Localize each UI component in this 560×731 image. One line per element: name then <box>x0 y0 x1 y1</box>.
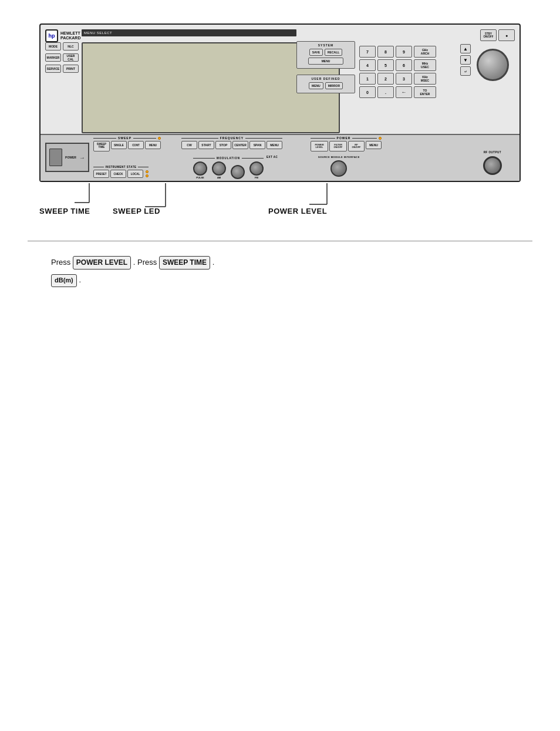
am-connector-group: AM <box>212 161 226 179</box>
freq-label: FREQUENCY <box>220 136 244 140</box>
span-btn[interactable]: SPAN <box>249 141 265 149</box>
key-8[interactable]: 8 <box>377 46 394 58</box>
rotary-knob[interactable] <box>477 49 509 81</box>
key-khz[interactable]: KHz MSEC <box>414 73 436 85</box>
source-header: SOURCE MODULE INTERFACE <box>316 156 362 159</box>
mode-btn[interactable]: MODE <box>45 42 61 50</box>
filter-onoff-btn[interactable]: FILTER ON/OFF <box>329 141 347 151</box>
recall-btn[interactable]: RECALL <box>325 49 342 56</box>
sweep-left-line <box>93 138 116 139</box>
system-row-1: SAVE RECALL <box>299 49 353 56</box>
key-enter[interactable]: TO ENTER <box>414 86 436 98</box>
sweep-section: SWEEP SWEEP TIME SINGLE CONT MENU <box>93 136 161 151</box>
desc-text-1: Press <box>51 258 73 267</box>
callout-area: SWEEP TIME SWEEP LED POWER LEVEL <box>39 182 521 229</box>
save-btn[interactable]: SAVE <box>309 49 323 56</box>
nlc-btn[interactable]: NLC <box>63 42 79 50</box>
frequency-section: FREQUENCY CW START STOP CENTER SPAN MENU <box>181 136 282 149</box>
stby-on-off-btn[interactable]: STBY ON/OFF <box>480 29 497 41</box>
key-9[interactable]: 9 <box>396 46 412 58</box>
pulse-label: PULSE <box>196 176 204 179</box>
rf-output-label: RF OUTPUT <box>484 151 501 154</box>
marker-btn[interactable]: MARKER <box>45 53 61 62</box>
system-label: SYSTEM <box>299 43 353 47</box>
key-6[interactable]: 6 <box>396 59 412 71</box>
menu-select-bar: MENU SELECT <box>82 29 296 36</box>
key-7[interactable]: 7 <box>359 46 376 58</box>
btn-row-1: MODE NLC <box>45 42 80 50</box>
source-module-connector <box>330 160 347 177</box>
key-3[interactable]: 3 <box>396 73 412 85</box>
fm-connector-group: FM <box>249 161 264 179</box>
power-level-key[interactable]: POWER LEVEL <box>73 256 131 270</box>
sweep-time-btn[interactable]: SWEEP TIME <box>93 141 110 151</box>
key-1[interactable]: 1 <box>359 73 376 85</box>
key-2[interactable]: 2 <box>377 73 394 85</box>
description-area: Press POWER LEVEL . Press SWEEP TIME . d… <box>39 256 521 287</box>
sweep-label: SWEEP <box>118 136 131 140</box>
power-section: POWER POWER LEVEL FILTER ON/OFF RF ON/OF… <box>311 136 382 151</box>
key-dot[interactable]: . <box>377 86 394 98</box>
btn-row-2: MARKER USER CAL <box>45 53 80 62</box>
rf-output-section: RF OUTPUT <box>483 151 502 175</box>
mod-label: MODULATION <box>217 157 240 160</box>
power-left-line <box>311 138 335 139</box>
power-arrow-right: → <box>79 154 85 161</box>
sweep-right-line <box>133 138 156 139</box>
page-container: hp HEWLETT PACKARD MENU SELECT MODE NLC … <box>0 0 560 731</box>
freq-header: FREQUENCY <box>181 136 282 140</box>
power-rect <box>49 149 62 166</box>
key-backspace[interactable]: ← <box>396 86 412 98</box>
stop-btn[interactable]: STOP <box>215 141 231 149</box>
power-led <box>379 137 382 140</box>
freq-menu-btn[interactable]: MENU <box>266 141 282 149</box>
cw-btn[interactable]: CW <box>181 141 197 149</box>
numeric-keypad: 7 8 9 GHz ARCH 4 5 6 MHz USEC 1 <box>359 46 465 100</box>
sweep-time-key[interactable]: SWEEP TIME <box>159 256 210 270</box>
single-btn[interactable]: SINGLE <box>111 141 127 149</box>
key-5[interactable]: 5 <box>377 59 394 71</box>
desc-text-3: . <box>212 258 215 267</box>
pulse-connector-group: PULSE <box>193 161 207 179</box>
key-ghz[interactable]: GHz ARCH <box>414 46 436 58</box>
inst-state-section: INSTRUMENT STATE PRESET CHECK LOCAL <box>93 166 149 178</box>
user-menu-btn[interactable]: MENU <box>309 82 323 89</box>
keypad-row-1: 7 8 9 GHz ARCH <box>359 46 465 58</box>
print-btn[interactable]: PRINT <box>63 65 79 73</box>
inst-state-btns: PRESET CHECK LOCAL <box>93 170 149 178</box>
sweep-header: SWEEP <box>93 136 161 140</box>
desc-text-2: . Press <box>133 258 159 267</box>
preset-btn[interactable]: PRESET <box>93 170 109 178</box>
local-btn[interactable]: LOCAL <box>127 170 143 178</box>
power-level-btn[interactable]: POWER LEVEL <box>311 141 328 151</box>
pulse-connector <box>193 161 207 176</box>
center-btn[interactable]: CENTER <box>232 141 248 149</box>
service-btn[interactable]: SERVICE <box>45 65 61 73</box>
dbm-key[interactable]: dB(m) <box>51 274 77 287</box>
mirror-btn[interactable]: MIRROR <box>325 82 343 89</box>
user-cal-btn[interactable]: USER CAL <box>63 53 79 62</box>
power-menu-btn[interactable]: MENU <box>366 141 382 149</box>
system-panel: SYSTEM SAVE RECALL MENU <box>296 41 355 69</box>
keypad-row-3: 1 2 3 KHz MSEC <box>359 73 465 85</box>
line-btn[interactable]: ● <box>498 29 515 41</box>
sweep-menu-btn[interactable]: MENU <box>145 141 161 149</box>
ext-ac-label: EXT AC <box>266 156 278 159</box>
rf-output-connector <box>483 156 502 175</box>
rf-onoff-btn[interactable]: RF ON/OFF <box>348 141 365 151</box>
status-led-2 <box>146 174 149 177</box>
sweep-led-callout-text: SWEEP LED <box>113 207 160 215</box>
key-mhz[interactable]: MHz USEC <box>414 59 436 71</box>
menu-btn[interactable]: MENU <box>308 58 343 65</box>
inst-right-line <box>138 167 149 167</box>
check-btn[interactable]: CHECK <box>110 170 126 178</box>
key-0[interactable]: 0 <box>359 86 376 98</box>
keypad-row-2: 4 5 6 MHz USEC <box>359 59 465 71</box>
cont-btn[interactable]: CONT <box>128 141 144 149</box>
inst-state-header: INSTRUMENT STATE <box>93 166 149 169</box>
start-btn[interactable]: START <box>198 141 214 149</box>
fm-connector <box>249 161 264 176</box>
power-header: POWER <box>311 136 382 140</box>
status-leds <box>146 170 149 177</box>
key-4[interactable]: 4 <box>359 59 376 71</box>
